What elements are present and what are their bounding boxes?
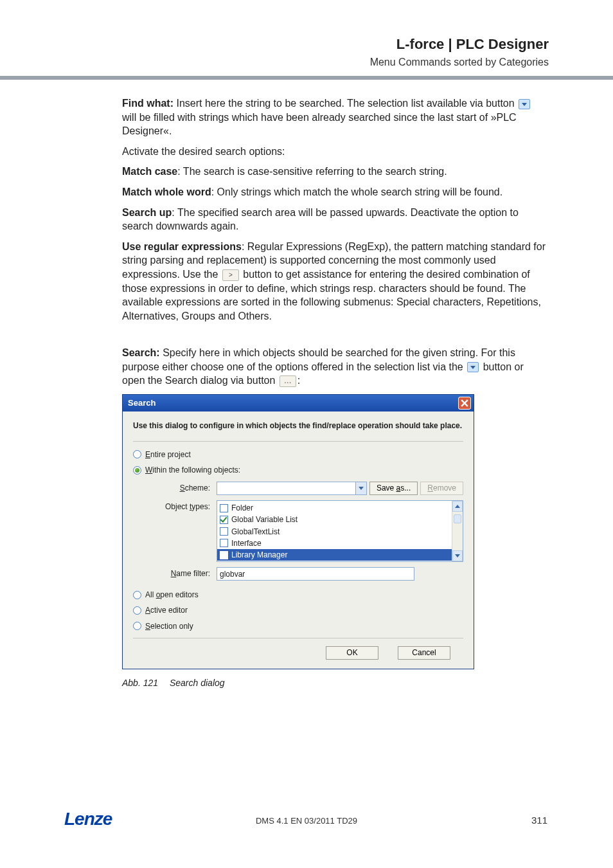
option-active-editor[interactable]: Active editor <box>133 605 463 615</box>
close-button[interactable] <box>458 397 471 410</box>
remove-button[interactable]: Remove <box>420 482 463 495</box>
caption-label: Abb. 121 <box>122 678 158 688</box>
list-item-label: Global Variable List <box>231 514 298 525</box>
header-divider <box>0 76 613 80</box>
option-entire-project[interactable]: Entire project <box>133 449 463 460</box>
scheme-row: Scheme: Save as... Remove <box>152 482 463 495</box>
find-what-text-1: Insert here the string to be searched. T… <box>173 98 517 109</box>
dropdown-icon <box>519 99 530 109</box>
scroll-up-icon[interactable] <box>452 501 463 512</box>
search-text-1: Specify here in which objects should be … <box>122 347 515 372</box>
match-case-para: Match case: The search is case-sensitive… <box>122 165 546 179</box>
figure-caption: Abb. 121 Search dialog <box>122 677 546 689</box>
scroll-down-icon[interactable] <box>452 550 463 561</box>
scheme-combobox[interactable] <box>217 482 367 495</box>
page-number: 311 <box>531 815 547 826</box>
match-whole-text: : Only strings which match the whole sea… <box>211 186 503 197</box>
checkbox-icon <box>220 527 228 536</box>
search-up-text: : The specified search area will be pass… <box>122 207 519 232</box>
match-whole-label: Match whole word <box>122 186 211 197</box>
radio-icon <box>133 591 141 599</box>
list-item-label: Interface <box>231 538 262 548</box>
radio-selected-icon <box>133 466 141 475</box>
checkbox-checked-icon <box>220 551 228 559</box>
dialog-title: Search <box>128 397 155 409</box>
list-item[interactable]: Interface <box>217 538 452 549</box>
list-item-label: Library Manager <box>231 550 287 560</box>
list-item[interactable]: GlobalTextList <box>217 526 452 538</box>
option-all-open-editors[interactable]: All open editors <box>133 590 463 600</box>
name-filter-input[interactable]: globvar <box>217 567 414 581</box>
page-header: L-force | PLC Designer Menu Commands sor… <box>370 36 549 68</box>
header-title: L-force | PLC Designer <box>370 36 549 53</box>
ok-button[interactable]: OK <box>326 646 378 660</box>
option-selection-only[interactable]: Selection only <box>133 621 463 631</box>
checkbox-icon <box>220 539 228 547</box>
checkbox-icon <box>220 504 228 512</box>
within-following-label: Within the following objects: <box>145 465 240 475</box>
close-icon <box>461 399 468 407</box>
page-content: Find what: Insert here the string to be … <box>122 96 546 689</box>
entire-project-label: Entire project <box>145 449 191 460</box>
list-item[interactable]: Folder <box>217 502 452 514</box>
selection-only-label: Selection only <box>145 621 193 631</box>
radio-icon <box>133 622 141 630</box>
regex-assist-icon: > <box>222 269 239 281</box>
list-item-label: Folder <box>231 503 253 513</box>
object-types-row: Object types: Folder Global Variable Lis… <box>152 500 463 562</box>
lower-options: All open editors Active editor Selection… <box>133 590 463 631</box>
chevron-down-icon <box>355 482 366 494</box>
ellipsis-icon: … <box>280 375 296 387</box>
list-item[interactable]: Global Variable List <box>217 514 452 525</box>
radio-icon <box>133 606 141 615</box>
list-item-selected[interactable]: Library Manager <box>217 549 452 561</box>
all-open-label: All open editors <box>145 590 199 600</box>
object-types-label: Object types: <box>152 500 217 512</box>
name-filter-row: Name filter: globvar <box>152 567 463 581</box>
scroll-thumb[interactable] <box>454 514 461 523</box>
scrollbar[interactable] <box>452 501 463 561</box>
footer-center-text: DMS 4.1 EN 03/2011 TD29 <box>0 816 613 826</box>
active-editor-label: Active editor <box>145 605 188 615</box>
match-case-label: Match case <box>122 166 177 177</box>
dialog-body: Use this dialog to configure in which ob… <box>123 411 474 669</box>
within-following-panel: Scheme: Save as... Remove Object types: <box>152 482 463 581</box>
dialog-instruction: Use this dialog to configure in which ob… <box>133 420 463 431</box>
caption-text: Search dialog <box>170 678 225 688</box>
activate-options-text: Activate the desired search options: <box>122 145 546 159</box>
cancel-button[interactable]: Cancel <box>398 646 450 660</box>
find-what-text-2: will be filled with strings which have b… <box>122 112 517 137</box>
search-up-label: Search up <box>122 207 172 218</box>
find-what-para: Find what: Insert here the string to be … <box>122 96 546 138</box>
search-dialog: Search Use this dialog to configure in w… <box>122 394 474 669</box>
search-label: Search: <box>122 347 160 358</box>
save-as-button[interactable]: Save as... <box>369 482 418 495</box>
search-text-3: : <box>298 375 300 386</box>
match-whole-para: Match whole word: Only strings which mat… <box>122 185 546 199</box>
regex-para: Use regular expressions: Regular Express… <box>122 240 546 323</box>
match-case-text: : The search is case-sensitive referring… <box>177 166 447 177</box>
checkbox-checked-icon <box>220 516 228 524</box>
search-up-para: Search up: The specified search area wil… <box>122 206 546 233</box>
scheme-value <box>217 482 355 494</box>
find-what-label: Find what: <box>122 98 173 109</box>
search-para: Search: Specify here in which objects sh… <box>122 346 546 388</box>
object-types-listbox[interactable]: Folder Global Variable List GlobalTextLi… <box>217 500 463 562</box>
option-within-following[interactable]: Within the following objects: <box>133 465 463 475</box>
dialog-separator <box>133 441 463 442</box>
radio-icon <box>133 450 141 458</box>
dropdown-icon <box>467 362 479 372</box>
name-filter-label: Name filter: <box>152 567 217 579</box>
dialog-titlebar[interactable]: Search <box>123 395 474 411</box>
dialog-separator <box>133 638 463 638</box>
regex-label: Use regular expressions <box>122 241 242 252</box>
scheme-label: Scheme: <box>152 482 217 493</box>
header-subtitle: Menu Commands sorted by Categories <box>370 57 549 68</box>
dialog-button-row: OK Cancel <box>133 646 463 660</box>
list-item-label: GlobalTextList <box>231 527 280 537</box>
